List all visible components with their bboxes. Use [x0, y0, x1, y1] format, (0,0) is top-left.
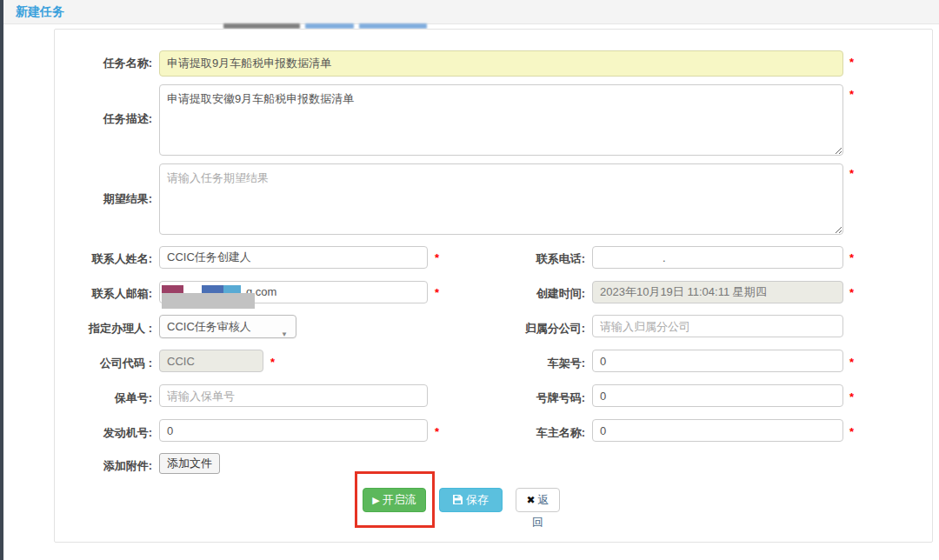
- engine-no-input[interactable]: [159, 419, 428, 442]
- page-title: 新建任务: [16, 4, 64, 20]
- chevron-down-icon: ▼: [281, 323, 288, 345]
- plate-no-required: *: [849, 390, 854, 403]
- assignee-selected-value: CCIC任务审核人: [167, 320, 251, 333]
- attachment-label: 添加附件:: [65, 458, 152, 474]
- sidebar-edge-strip: [0, 0, 3, 560]
- contact-name-input[interactable]: [159, 246, 428, 269]
- owner-name-required: *: [849, 425, 854, 438]
- task-desc-textarea[interactable]: 申请提取安徽9月车船税申报数据清单: [159, 84, 843, 156]
- close-icon: ✖: [526, 494, 535, 506]
- new-task-page: 新建任务 任务名称: * 任务描述: 申请提取安徽9月车船税申报数据清单 * 期…: [0, 0, 939, 560]
- company-code-label: 公司代码 :: [65, 356, 152, 371]
- expected-result-label: 期望结果:: [65, 191, 152, 207]
- expected-result-textarea[interactable]: [159, 163, 843, 235]
- create-time-required: *: [849, 286, 854, 299]
- task-desc-required: *: [849, 88, 854, 101]
- branch-input[interactable]: [592, 315, 843, 337]
- contact-email-label: 联系人邮箱:: [65, 286, 152, 302]
- assignee-select[interactable]: CCIC任务审核人 ▼: [159, 315, 296, 338]
- task-name-required: *: [849, 56, 854, 69]
- contact-phone-label: 联系电话:: [498, 251, 585, 267]
- expected-result-required: *: [849, 167, 854, 180]
- task-name-input[interactable]: [159, 50, 843, 77]
- frame-no-required: *: [849, 356, 854, 369]
- policy-no-input[interactable]: [159, 384, 428, 407]
- contact-name-label: 联系人姓名:: [65, 251, 152, 267]
- branch-label: 归属分公司:: [498, 321, 585, 337]
- plate-no-input[interactable]: [592, 384, 843, 407]
- contact-name-required: *: [435, 251, 439, 264]
- owner-name-input[interactable]: [592, 419, 843, 442]
- page-header: 新建任务: [3, 0, 939, 24]
- owner-name-label: 车主名称:: [498, 425, 585, 441]
- save-icon: [453, 495, 463, 504]
- assignee-label: 指定办理人 :: [65, 321, 152, 337]
- task-desc-label: 任务描述:: [65, 111, 152, 127]
- add-file-button[interactable]: 添加文件: [159, 453, 220, 474]
- save-task-button[interactable]: 保存任务: [439, 488, 503, 512]
- back-button[interactable]: ✖返回: [516, 488, 560, 512]
- plate-no-label: 号牌号码:: [498, 390, 585, 406]
- company-code-required: *: [270, 356, 275, 369]
- company-code-input: [159, 350, 263, 372]
- frame-no-label: 车架号:: [498, 356, 585, 371]
- contact-email-required: *: [435, 286, 439, 299]
- start-process-button[interactable]: ▶开启流程: [363, 488, 426, 512]
- frame-no-input[interactable]: [592, 350, 843, 372]
- email-redaction-block-gray: [162, 293, 255, 309]
- policy-no-label: 保单号:: [65, 390, 152, 406]
- create-time-input: [592, 281, 843, 303]
- engine-no-label: 发动机号:: [65, 425, 152, 441]
- play-icon: ▶: [372, 495, 379, 505]
- contact-phone-required: *: [849, 251, 854, 264]
- engine-no-required: *: [435, 425, 439, 438]
- task-name-label: 任务名称:: [65, 56, 152, 71]
- create-time-label: 创建时间:: [498, 286, 585, 302]
- contact-phone-input[interactable]: [592, 246, 843, 269]
